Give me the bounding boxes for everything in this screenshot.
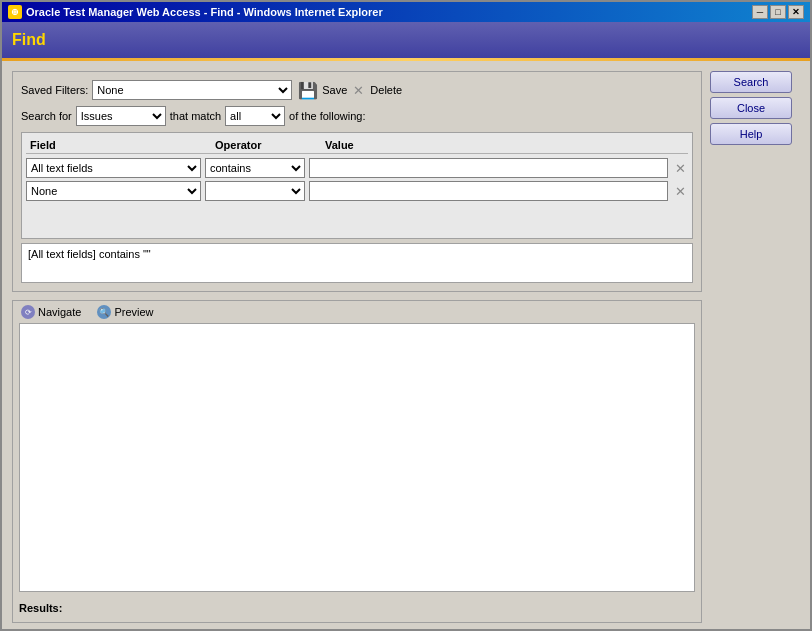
page-header: Find xyxy=(2,22,810,58)
search-button[interactable]: Search xyxy=(710,71,792,93)
value-input-2[interactable] xyxy=(309,181,668,201)
filter-section: Saved Filters: None 💾 Save ✕ Delete Sear… xyxy=(12,71,702,292)
window-controls[interactable]: ─ □ ✕ xyxy=(752,5,804,19)
navigate-tab[interactable]: ⟳ Navigate xyxy=(21,305,81,319)
left-panel: Saved Filters: None 💾 Save ✕ Delete Sear… xyxy=(12,71,702,623)
expression-text: [All text fields] contains "" xyxy=(28,248,151,260)
criteria-table: Field Operator Value All text fields Non… xyxy=(21,132,693,239)
close-button[interactable]: Close xyxy=(710,97,792,119)
restore-button[interactable]: □ xyxy=(770,5,786,19)
field-select-1[interactable]: All text fields None Summary Description xyxy=(26,158,201,178)
close-window-button[interactable]: ✕ xyxy=(788,5,804,19)
search-for-row: Search for Issues Requirements Tests tha… xyxy=(21,106,693,126)
of-following-label: of the following: xyxy=(289,110,365,122)
remove-row-1-button[interactable]: ✕ xyxy=(672,160,688,176)
delete-x-icon: ✕ xyxy=(353,83,364,98)
delete-button[interactable]: Delete xyxy=(370,84,402,96)
expression-area: [All text fields] contains "" xyxy=(21,243,693,283)
results-tabs: ⟳ Navigate 🔍 Preview xyxy=(13,301,701,323)
operator-header: Operator xyxy=(215,139,325,151)
results-section: ⟳ Navigate 🔍 Preview Results: xyxy=(12,300,702,623)
window-title: Oracle Test Manager Web Access - Find - … xyxy=(26,6,383,18)
field-header: Field xyxy=(30,139,215,151)
floppy-icon: 💾 xyxy=(298,81,318,100)
results-content xyxy=(19,323,695,592)
help-button[interactable]: Help xyxy=(710,123,792,145)
preview-icon: 🔍 xyxy=(97,305,111,319)
title-bar: ⊕ Oracle Test Manager Web Access - Find … xyxy=(2,2,810,22)
criteria-row: None All text fields Summary contains ✕ xyxy=(26,181,688,201)
field-select-2[interactable]: None All text fields Summary xyxy=(26,181,201,201)
operator-select-1[interactable]: contains equals starts with ends with xyxy=(205,158,305,178)
navigate-label: Navigate xyxy=(38,306,81,318)
right-panel: Search Close Help xyxy=(710,71,800,623)
criteria-row: All text fields None Summary Description… xyxy=(26,158,688,178)
navigate-icon: ⟳ xyxy=(21,305,35,319)
page-title: Find xyxy=(12,31,46,49)
saved-filters-label: Saved Filters: xyxy=(21,84,88,96)
results-label: Results: xyxy=(19,602,62,614)
match-label: that match xyxy=(170,110,221,122)
saved-filters-row: Saved Filters: None 💾 Save ✕ Delete xyxy=(21,80,693,100)
app-icon: ⊕ xyxy=(8,5,22,19)
search-for-label: Search for xyxy=(21,110,72,122)
results-footer: Results: xyxy=(13,598,701,618)
value-input-1[interactable] xyxy=(309,158,668,178)
criteria-header: Field Operator Value xyxy=(26,137,688,154)
criteria-empty-space xyxy=(26,204,688,234)
value-header: Value xyxy=(325,139,684,151)
preview-label: Preview xyxy=(114,306,153,318)
saved-filters-select[interactable]: None xyxy=(92,80,292,100)
match-select[interactable]: all any xyxy=(225,106,285,126)
operator-select-2[interactable]: contains xyxy=(205,181,305,201)
search-for-select[interactable]: Issues Requirements Tests xyxy=(76,106,166,126)
preview-tab[interactable]: 🔍 Preview xyxy=(97,305,153,319)
minimize-button[interactable]: ─ xyxy=(752,5,768,19)
remove-row-2-button[interactable]: ✕ xyxy=(672,183,688,199)
save-button[interactable]: Save xyxy=(322,84,347,96)
main-content: Saved Filters: None 💾 Save ✕ Delete Sear… xyxy=(2,61,810,631)
